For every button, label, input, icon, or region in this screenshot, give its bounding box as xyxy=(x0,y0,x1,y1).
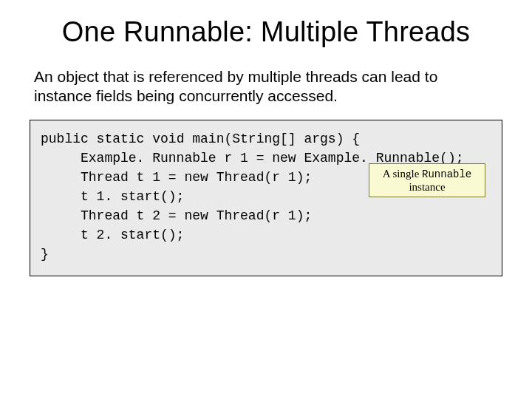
callout-text-post: instance xyxy=(409,181,445,193)
code-line: t 2. start(); xyxy=(41,225,491,245)
slide: One Runnable: Multiple Threads An object… xyxy=(0,16,532,399)
callout-text-mono: Runnable xyxy=(422,168,471,180)
code-line: Thread t 2 = new Thread(r 1); xyxy=(41,206,491,225)
slide-body-text: An object that is referenced by multiple… xyxy=(34,67,498,106)
slide-title: One Runnable: Multiple Threads xyxy=(0,16,532,48)
callout-text-pre: A single xyxy=(383,168,422,180)
code-box: public static void main(String[] args) {… xyxy=(30,120,502,277)
code-line: } xyxy=(41,247,49,262)
code-line: public static void main(String[] args) { xyxy=(41,132,360,146)
callout-note: A single Runnable instance xyxy=(369,163,485,198)
